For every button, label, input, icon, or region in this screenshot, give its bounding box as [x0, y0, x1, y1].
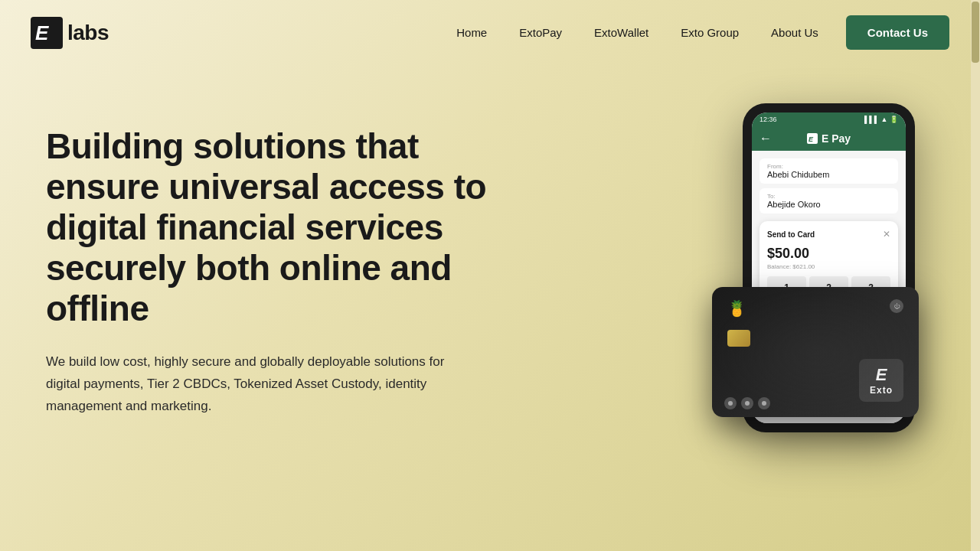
phone-header-title: E E Pay — [807, 132, 851, 145]
phone-to-label: To: — [767, 193, 890, 200]
svg-text:E: E — [808, 135, 814, 143]
phone-signal: ▌▌▌ ▲ 🔋 — [864, 116, 898, 123]
phone-app-title: E Pay — [822, 132, 851, 145]
card-nav-dots — [724, 397, 770, 409]
hero-description: We build low cost, highly secure and glo… — [46, 351, 475, 418]
send-balance: Balance: $621.00 — [767, 263, 890, 270]
phone-from-label: From: — [767, 163, 890, 170]
logo-text: labs — [67, 21, 109, 45]
phone-status-bar: 12:36 ▌▌▌ ▲ 🔋 — [752, 112, 906, 126]
phone-to-field: To: Abejide Okoro — [760, 188, 898, 214]
card-nav-dot-3 — [758, 397, 770, 409]
hero-section: Building solutions that ensure universal… — [0, 65, 980, 551]
nav-extowallet[interactable]: ExtoWallet — [582, 20, 661, 45]
nav-extopay[interactable]: ExtoPay — [507, 20, 574, 45]
phone-app-logo-icon: E — [807, 133, 818, 144]
phone-header: ← E E Pay — [752, 126, 906, 151]
send-dialog-title: Send to Card — [767, 230, 815, 239]
nav-extogroup[interactable]: Exto Group — [668, 20, 751, 45]
logo[interactable]: E labs — [31, 17, 109, 49]
hero-left: Building solutions that ensure universal… — [46, 111, 521, 418]
card-nav-dot-1 — [724, 397, 737, 409]
phone-from-value: Abebi Chidubem — [767, 170, 890, 179]
send-dialog-header: Send to Card ✕ — [767, 229, 890, 240]
phone-to-value: Abejide Okoro — [767, 200, 890, 209]
send-amount: $50.00 — [767, 246, 890, 262]
card-mockup: 🍍 ⏻ E Exto — [712, 287, 919, 417]
hero-title: Building solutions that ensure universal… — [46, 126, 521, 328]
phone-back-button[interactable]: ← — [760, 132, 772, 145]
phone-mockup: 12:36 ▌▌▌ ▲ 🔋 ← E E Pay — [743, 103, 919, 432]
navbar: E labs Home ExtoPay ExtoWallet Exto Grou… — [0, 0, 980, 65]
logo-icon: E — [31, 17, 63, 49]
nav-home[interactable]: Home — [444, 20, 499, 45]
contact-us-button[interactable]: Contact Us — [846, 15, 949, 50]
hero-right: 12:36 ▌▌▌ ▲ 🔋 ← E E Pay — [534, 111, 934, 551]
send-dialog-close-button[interactable]: ✕ — [883, 229, 890, 240]
nav-aboutus[interactable]: About Us — [759, 20, 831, 45]
svg-text:E: E — [35, 21, 49, 44]
phone-from-field: From: Abebi Chidubem — [760, 158, 898, 184]
nav-links: Home ExtoPay ExtoWallet Exto Group About… — [444, 15, 949, 50]
card-nav-dot-2 — [741, 397, 753, 409]
phone-time: 12:36 — [760, 116, 777, 123]
scrollbar-thumb[interactable] — [972, 2, 979, 63]
card: 🍍 ⏻ E Exto — [712, 287, 919, 417]
